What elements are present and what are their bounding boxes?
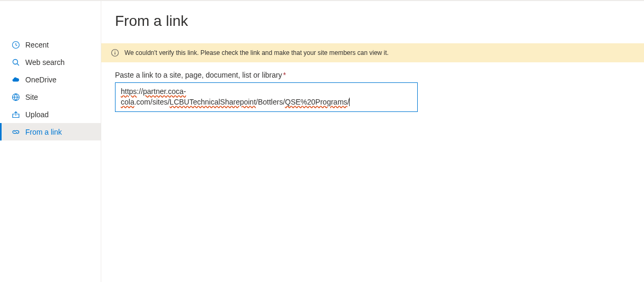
- cloud-icon: [12, 76, 20, 84]
- warning-text: We couldn't verify this link. Please che…: [124, 49, 389, 57]
- form-area: Paste a link to a site, page, document, …: [101, 62, 644, 112]
- svg-point-4: [114, 51, 116, 52]
- sidebar-item-label: OneDrive: [25, 76, 56, 84]
- main-panel: From a link We couldn't verify this link…: [101, 1, 644, 282]
- page-title: From a link: [101, 1, 644, 43]
- sidebar-item-label: Upload: [25, 110, 49, 119]
- text-caret: [349, 98, 350, 106]
- link-field-label: Paste a link to a site, page, document, …: [115, 71, 630, 79]
- warning-banner: We couldn't verify this link. Please che…: [101, 43, 644, 62]
- clock-icon: [12, 41, 20, 49]
- search-icon: [12, 58, 20, 67]
- sidebar-item-label: Recent: [25, 41, 49, 49]
- dialog-shell: Recent Web search OneDrive: [0, 0, 644, 282]
- sidebar-item-from-a-link[interactable]: From a link: [0, 123, 101, 140]
- upload-icon: [12, 110, 20, 119]
- sidebar-item-onedrive[interactable]: OneDrive: [0, 71, 101, 88]
- sidebar-item-upload[interactable]: Upload: [0, 106, 101, 123]
- sidebar-item-site[interactable]: Site: [0, 88, 101, 106]
- info-icon: [111, 49, 119, 57]
- sidebar-item-label: Site: [25, 93, 38, 101]
- link-icon: [12, 128, 20, 136]
- sidebar-item-label: Web search: [25, 58, 64, 67]
- svg-point-1: [13, 59, 18, 64]
- source-sidebar: Recent Web search OneDrive: [0, 1, 101, 282]
- globe-icon: [12, 93, 20, 101]
- link-input[interactable]: https://partner.coca-cola.com/sites/LCBU…: [115, 82, 418, 112]
- sidebar-item-label: From a link: [25, 128, 62, 136]
- sidebar-item-web-search[interactable]: Web search: [0, 53, 101, 71]
- link-input-value: https://partner.coca-cola.com/sites/LCBU…: [121, 87, 350, 106]
- sidebar-item-recent[interactable]: Recent: [0, 36, 101, 53]
- required-marker: *: [283, 71, 286, 79]
